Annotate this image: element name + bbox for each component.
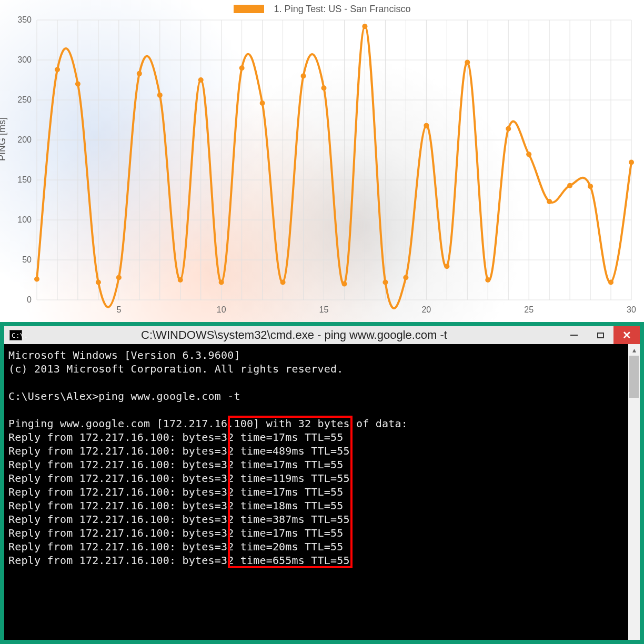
svg-point-52	[34, 276, 39, 281]
svg-text:10: 10	[217, 305, 226, 314]
maximize-button[interactable]	[587, 326, 613, 344]
svg-point-74	[485, 277, 490, 283]
chart-panel: 1. Ping Test: US - San Francisco PING [m…	[0, 0, 644, 322]
svg-point-61	[219, 280, 224, 285]
chart-svg: 050100150200250300350 51015202530	[0, 0, 644, 322]
svg-point-60	[198, 77, 204, 83]
svg-point-73	[465, 60, 470, 65]
svg-point-79	[588, 184, 593, 189]
svg-text:200: 200	[17, 135, 32, 144]
svg-text:350: 350	[17, 15, 32, 24]
svg-point-80	[608, 280, 613, 285]
svg-point-62	[239, 65, 245, 71]
svg-point-68	[362, 24, 367, 29]
svg-text:100: 100	[17, 215, 32, 224]
svg-point-81	[629, 160, 634, 165]
svg-text:50: 50	[22, 255, 32, 264]
svg-point-59	[178, 277, 183, 283]
scroll-thumb[interactable]	[629, 356, 639, 398]
cmd-window: C:\. C:\WINDOWS\system32\cmd.exe - ping …	[0, 322, 644, 644]
svg-point-71	[424, 123, 429, 128]
svg-point-64	[280, 280, 286, 285]
svg-point-76	[526, 152, 531, 157]
close-button[interactable]: ✕	[613, 326, 640, 344]
svg-point-65	[301, 73, 306, 78]
scroll-up-icon[interactable]: ▴	[628, 344, 640, 356]
svg-text:150: 150	[17, 175, 32, 184]
highlight-box	[228, 416, 353, 568]
svg-point-58	[157, 93, 163, 98]
svg-point-78	[567, 183, 572, 188]
svg-point-67	[341, 281, 347, 287]
svg-point-66	[321, 85, 327, 90]
svg-text:25: 25	[524, 305, 534, 314]
minimize-button[interactable]	[561, 326, 587, 344]
svg-point-72	[444, 264, 449, 269]
svg-point-77	[547, 199, 552, 204]
window-title: C:\WINDOWS\system32\cmd.exe - ping www.g…	[27, 328, 561, 342]
svg-point-54	[75, 82, 80, 87]
svg-point-69	[383, 280, 388, 285]
svg-text:15: 15	[319, 305, 329, 314]
svg-text:20: 20	[421, 305, 431, 314]
svg-point-53	[55, 67, 60, 72]
svg-point-55	[96, 280, 101, 285]
svg-point-57	[137, 71, 142, 76]
svg-point-56	[116, 275, 122, 280]
svg-point-75	[506, 126, 511, 132]
svg-text:300: 300	[17, 55, 32, 64]
console-area[interactable]: Microsoft Windows [Version 6.3.9600] (c)…	[4, 344, 640, 640]
svg-point-70	[403, 275, 408, 280]
svg-text:250: 250	[17, 95, 32, 104]
svg-point-63	[260, 100, 265, 106]
svg-text:0: 0	[27, 295, 32, 304]
scrollbar[interactable]: ▴	[628, 344, 640, 640]
svg-text:30: 30	[627, 305, 636, 314]
svg-text:5: 5	[116, 305, 121, 314]
cmd-icon: C:\.	[9, 330, 22, 340]
titlebar[interactable]: C:\. C:\WINDOWS\system32\cmd.exe - ping …	[4, 326, 640, 344]
